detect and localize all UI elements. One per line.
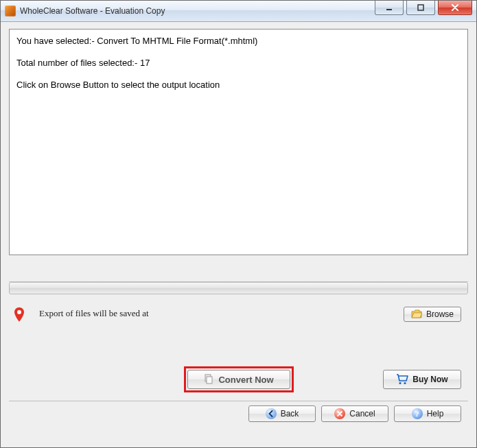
back-button-label: Back [281,409,299,418]
cancel-icon [334,408,345,419]
export-label: Export of files will be saved at [39,308,404,319]
convert-highlight: Convert Now [184,366,294,392]
cart-icon [396,374,408,385]
buy-button-label: Buy Now [412,375,447,384]
titlebar[interactable]: WholeClear Software - Evaluation Copy [1,1,476,22]
info-line-format: You have selected:- Convert To MHTML Fil… [16,35,461,47]
window-controls [375,1,476,15]
progress-bar [9,282,468,294]
action-row: Convert Now Buy Now [9,365,468,394]
help-button[interactable]: ? Help [394,405,461,422]
convert-now-button[interactable]: Convert Now [187,370,290,389]
buy-now-button[interactable]: Buy Now [383,370,461,389]
minimize-icon [386,4,393,11]
help-button-label: Help [427,409,444,418]
close-icon [451,4,459,11]
copy-icon [203,374,214,385]
svg-rect-0 [386,9,392,10]
folder-open-icon [411,309,422,319]
window-title: WholeClear Software - Evaluation Copy [20,6,165,16]
client-area: You have selected:- Convert To MHTML Fil… [1,22,476,447]
spacer [9,255,468,281]
bottom-bar: Back Cancel ? Help [9,401,468,426]
location-pin-icon [13,307,28,325]
svg-point-2 [17,310,21,314]
back-arrow-icon [266,408,277,419]
browse-button[interactable]: Browse [404,307,461,322]
convert-button-label: Convert Now [218,375,273,385]
export-row: Export of files will be saved at Browse [9,304,468,325]
browse-button-label: Browse [426,309,454,319]
cancel-button-label: Cancel [349,409,375,418]
back-button[interactable]: Back [248,405,316,422]
maximize-icon [417,4,424,11]
cancel-button[interactable]: Cancel [321,405,388,422]
export-panel: Export of files will be saved at Browse [9,281,468,394]
app-icon [5,5,16,16]
help-icon: ? [412,408,423,419]
maximize-button[interactable] [406,1,435,15]
info-line-instruction: Click on Browse Button to select the out… [16,79,461,91]
info-textbox: You have selected:- Convert To MHTML Fil… [9,29,468,255]
minimize-button[interactable] [375,1,404,15]
info-line-count: Total number of files selected:- 17 [16,57,461,69]
svg-rect-4 [207,377,212,384]
app-window: WholeClear Software - Evaluation Copy Yo… [0,0,477,448]
close-button[interactable] [438,1,472,15]
svg-point-5 [399,382,402,384]
svg-rect-1 [418,5,423,10]
svg-point-6 [404,382,406,384]
